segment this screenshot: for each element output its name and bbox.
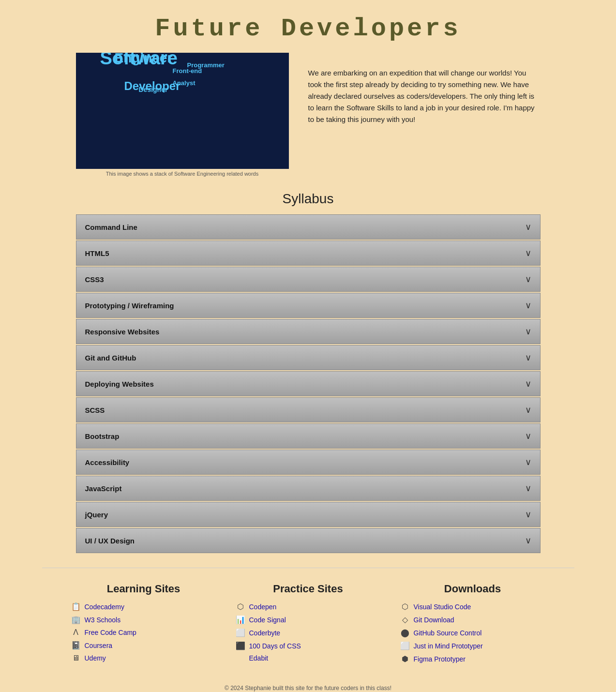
intro-section: Software Engineer Developer Front-end Ba…: [66, 53, 550, 177]
link-practice-items-2[interactable]: Coderbyte: [249, 629, 281, 637]
accordion-label-6: Deploying Websites: [85, 380, 154, 388]
link-learning-items-2[interactable]: Free Code Camp: [85, 629, 136, 636]
link-download-items-2[interactable]: GitHub Source Control: [414, 629, 482, 637]
download-items-item-3: ⬜ Just in Mind Prototyper: [391, 641, 555, 650]
page-footer: © 2024 Stephanie built this site for the…: [0, 677, 616, 692]
accordion-chevron-4: ∨: [525, 326, 531, 337]
intro-text: We are embarking on an expedition that w…: [308, 53, 541, 125]
image-caption: This image shows a stack of Software Eng…: [76, 171, 289, 177]
learning-items-item-0: 📋 Codecademy: [61, 602, 226, 611]
link-learning-items-0[interactable]: Codecademy: [85, 603, 125, 611]
accordion-item-5[interactable]: Git and GitHub ∨: [76, 345, 541, 370]
accordion-chevron-7: ∨: [525, 405, 531, 415]
accordion-chevron-6: ∨: [525, 378, 531, 389]
accordion-item-2[interactable]: CSS3 ∨: [76, 267, 541, 292]
link-icon-learning-items-3: 📓: [71, 641, 81, 650]
accordion-label-1: HTML5: [85, 249, 109, 257]
link-icon-learning-items-4: 🖥: [71, 654, 81, 662]
accordion-label-12: UI / UX Design: [85, 537, 135, 545]
practice-items-item-2: ⬜ Coderbyte: [226, 628, 391, 637]
downloads-title: Downloads: [391, 583, 555, 595]
accordion-item-7[interactable]: SCSS ∨: [76, 397, 541, 422]
accordion-label-3: Prototyping / Wireframing: [85, 301, 174, 310]
accordion: Command Line ∨ HTML5 ∨ CSS3 ∨ Prototypin…: [76, 214, 541, 553]
accordion-item-11[interactable]: jQuery ∨: [76, 502, 541, 527]
intro-image-wrapper: Software Engineer Developer Front-end Ba…: [76, 53, 289, 177]
accordion-chevron-5: ∨: [525, 352, 531, 363]
link-icon-download-items-2: ⬤: [400, 628, 410, 637]
link-practice-items-4[interactable]: Edabit: [249, 654, 269, 662]
link-icon-learning-items-0: 📋: [71, 602, 81, 611]
practice-items-item-0: ⬡ Codepen: [226, 602, 391, 611]
practice-items-item-1: 📊 Code Signal: [226, 615, 391, 624]
syllabus-section: Syllabus Command Line ∨ HTML5 ∨ CSS3 ∨ P…: [66, 191, 550, 553]
link-learning-items-1[interactable]: W3 Schools: [85, 616, 121, 624]
learning-items-item-2: Λ Free Code Camp: [61, 628, 226, 637]
footer-col-learning: Learning Sites 📋 Codecademy 🏢 W3 Schools…: [61, 583, 226, 667]
practice-items: ⬡ Codepen 📊 Code Signal ⬜ Coderbyte ⬛ 10…: [226, 602, 391, 662]
link-icon-download-items-0: ⬡: [400, 602, 410, 611]
accordion-chevron-1: ∨: [525, 248, 531, 258]
accordion-label-8: Bootstrap: [85, 432, 120, 440]
accordion-chevron-9: ∨: [525, 457, 531, 467]
accordion-label-11: jQuery: [85, 511, 108, 519]
learning-items-item-1: 🏢 W3 Schools: [61, 615, 226, 624]
link-icon-download-items-3: ⬜: [400, 641, 410, 650]
accordion-label-5: Git and GitHub: [85, 354, 136, 362]
page-title: Future Developers: [10, 15, 606, 43]
learning-title: Learning Sites: [61, 583, 226, 595]
link-practice-items-3[interactable]: 100 Days of CSS: [249, 642, 301, 650]
link-icon-learning-items-2: Λ: [71, 628, 81, 637]
accordion-item-12[interactable]: UI / UX Design ∨: [76, 528, 541, 553]
intro-image: Software Engineer Developer Front-end Ba…: [76, 53, 289, 169]
download-items-item-4: ⬢ Figma Prototyper: [391, 654, 555, 663]
link-download-items-4[interactable]: Figma Prototyper: [414, 655, 466, 663]
word-cloud: Software Engineer Developer Front-end Ba…: [76, 53, 289, 169]
link-icon-download-items-4: ⬢: [400, 654, 410, 663]
accordion-chevron-3: ∨: [525, 300, 531, 311]
footer-links: Learning Sites 📋 Codecademy 🏢 W3 Schools…: [42, 568, 574, 677]
accordion-item-10[interactable]: JavaScript ∨: [76, 476, 541, 501]
link-download-items-3[interactable]: Just in Mind Prototyper: [414, 642, 483, 650]
link-icon-learning-items-1: 🏢: [71, 615, 81, 624]
practice-title: Practice Sites: [226, 583, 391, 595]
link-practice-items-1[interactable]: Code Signal: [249, 616, 286, 624]
page-header: Future Developers: [0, 0, 616, 53]
accordion-label-4: Responsive Websites: [85, 328, 160, 336]
learning-items-item-3: 📓 Coursera: [61, 641, 226, 650]
download-items-item-2: ⬤ GitHub Source Control: [391, 628, 555, 637]
accordion-label-7: SCSS: [85, 406, 105, 414]
practice-items-item-3: ⬛ 100 Days of CSS: [226, 641, 391, 650]
accordion-item-8[interactable]: Bootstrap ∨: [76, 423, 541, 449]
accordion-chevron-12: ∨: [525, 535, 531, 546]
accordion-label-9: Accessibility: [85, 458, 130, 466]
accordion-item-1[interactable]: HTML5 ∨: [76, 241, 541, 266]
learning-items: 📋 Codecademy 🏢 W3 Schools Λ Free Code Ca…: [61, 602, 226, 662]
link-icon-practice-items-3: ⬛: [236, 641, 245, 650]
link-download-items-0[interactable]: Visual Studio Code: [414, 603, 471, 611]
accordion-item-3[interactable]: Prototyping / Wireframing ∨: [76, 293, 541, 318]
accordion-label-10: JavaScript: [85, 484, 122, 493]
accordion-item-9[interactable]: Accessibility ∨: [76, 450, 541, 475]
practice-items-item-4: Edabit: [226, 654, 391, 662]
link-learning-items-4[interactable]: Udemy: [85, 654, 106, 662]
syllabus-title: Syllabus: [76, 191, 541, 207]
accordion-item-4[interactable]: Responsive Websites ∨: [76, 319, 541, 344]
footer-col-downloads: Downloads ⬡ Visual Studio Code ◇ Git Dow…: [391, 583, 555, 667]
learning-items-item-4: 🖥 Udemy: [61, 654, 226, 662]
accordion-label-0: Command Line: [85, 223, 137, 231]
accordion-item-0[interactable]: Command Line ∨: [76, 214, 541, 240]
copyright-line1: © 2024 Stephanie built this site for the…: [10, 685, 606, 692]
link-learning-items-3[interactable]: Coursera: [85, 642, 113, 649]
footer-col-practice: Practice Sites ⬡ Codepen 📊 Code Signal ⬜…: [226, 583, 391, 667]
link-icon-download-items-1: ◇: [400, 615, 410, 624]
link-icon-practice-items-0: ⬡: [236, 602, 245, 611]
download-items-item-0: ⬡ Visual Studio Code: [391, 602, 555, 611]
accordion-chevron-11: ∨: [525, 509, 531, 520]
link-download-items-1[interactable]: Git Download: [414, 616, 454, 624]
download-items-item-1: ◇ Git Download: [391, 615, 555, 624]
accordion-chevron-0: ∨: [525, 222, 531, 232]
accordion-label-2: CSS3: [85, 275, 104, 284]
accordion-item-6[interactable]: Deploying Websites ∨: [76, 371, 541, 396]
link-practice-items-0[interactable]: Codepen: [249, 603, 277, 611]
